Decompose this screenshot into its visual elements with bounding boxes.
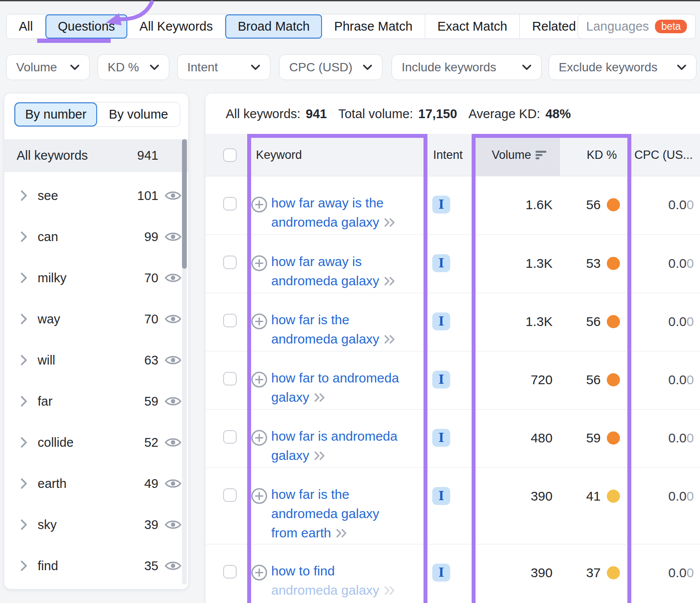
eye-toggle[interactable]: [164, 519, 182, 531]
add-to-list-icon[interactable]: [251, 255, 268, 272]
volume-column-header[interactable]: Volume: [474, 148, 560, 162]
expand-chevron[interactable]: [20, 519, 28, 531]
cpc-column-header[interactable]: CPC (US...: [634, 148, 693, 162]
keyword-text[interactable]: andromeda galaxy: [271, 330, 379, 349]
open-keyword-icon[interactable]: [384, 217, 396, 228]
eye-toggle[interactable]: [164, 354, 182, 367]
keyword-cell[interactable]: how far to andromedagalaxy: [271, 368, 433, 407]
expand-chevron[interactable]: [20, 190, 28, 202]
keyword-cell[interactable]: how far is andromedagalaxy: [271, 427, 433, 465]
add-to-list-icon[interactable]: [251, 196, 268, 213]
sidebar-group-row[interactable]: collide52: [4, 422, 188, 463]
filter-kd[interactable]: KD %: [98, 54, 169, 80]
select-all-checkbox[interactable]: [223, 148, 237, 162]
eye-toggle[interactable]: [164, 231, 182, 243]
expand-chevron[interactable]: [20, 272, 28, 284]
filter-exclude-keywords[interactable]: Exclude keywords: [549, 54, 696, 80]
expand-chevron[interactable]: [20, 437, 28, 449]
eye-toggle[interactable]: [164, 560, 182, 572]
row-checkbox[interactable]: [223, 488, 237, 502]
eye-toggle[interactable]: [164, 272, 182, 284]
sidebar-group-row[interactable]: can99: [4, 216, 188, 257]
sidebar-group-row[interactable]: earth49: [4, 463, 188, 504]
open-keyword-icon[interactable]: [384, 334, 396, 344]
keyword-text[interactable]: galaxy: [271, 388, 309, 407]
tab-all[interactable]: All: [7, 14, 45, 39]
eye-toggle[interactable]: [164, 436, 182, 449]
keyword-cell[interactable]: how to findandromeda galaxy: [271, 561, 433, 600]
row-checkbox[interactable]: [223, 314, 237, 327]
sidebar-group-row[interactable]: way70: [4, 298, 188, 340]
expand-chevron[interactable]: [20, 396, 28, 407]
keyword-text[interactable]: from earth: [271, 523, 331, 543]
keyword-text[interactable]: how far is the: [271, 485, 349, 504]
open-keyword-icon[interactable]: [384, 585, 396, 596]
tab-broad-match[interactable]: Broad Match: [225, 14, 322, 39]
eye-icon[interactable]: [164, 189, 182, 202]
tab-all-keywords[interactable]: All Keywords: [127, 14, 225, 39]
add-to-list-icon[interactable]: [251, 313, 268, 330]
row-checkbox[interactable]: [223, 256, 237, 269]
keyword-text[interactable]: how far to andromeda: [271, 368, 399, 388]
row-checkbox[interactable]: [223, 197, 237, 210]
expand-chevron[interactable]: [20, 560, 28, 572]
keyword-text[interactable]: galaxy: [271, 446, 309, 465]
open-keyword-icon[interactable]: [336, 528, 348, 538]
filter-intent[interactable]: Intent: [177, 54, 270, 80]
keyword-text[interactable]: andromeda galaxy: [271, 581, 379, 600]
row-checkbox[interactable]: [223, 565, 237, 578]
keyword-text[interactable]: how far is andromeda: [271, 427, 398, 446]
add-to-list-icon[interactable]: [251, 487, 268, 505]
expand-chevron[interactable]: [20, 354, 28, 366]
keyword-text[interactable]: how far away is the: [271, 193, 384, 213]
open-keyword-icon[interactable]: [384, 276, 396, 286]
eye-toggle[interactable]: [164, 477, 182, 490]
open-keyword-icon[interactable]: [314, 393, 326, 403]
keyword-cell[interactable]: how far is theandromeda galaxyfrom earth: [271, 485, 433, 543]
sidebar-group-row[interactable]: see101: [4, 175, 188, 216]
eye-icon[interactable]: [164, 519, 182, 531]
sidebar-group-row[interactable]: will63: [4, 340, 188, 381]
filter-include-keywords[interactable]: Include keywords: [392, 54, 542, 80]
eye-icon[interactable]: [164, 272, 182, 284]
tab-phrase-match[interactable]: Phrase Match: [322, 14, 425, 39]
eye-toggle[interactable]: [164, 313, 182, 326]
eye-icon[interactable]: [164, 395, 182, 408]
eye-icon[interactable]: [164, 313, 182, 326]
eye-toggle[interactable]: [164, 395, 182, 408]
sidebar-scrollbar-thumb[interactable]: [182, 139, 187, 269]
expand-chevron[interactable]: [20, 313, 28, 325]
expand-chevron[interactable]: [20, 478, 28, 490]
keyword-text[interactable]: andromeda galaxy: [271, 213, 379, 232]
sidebar-group-row[interactable]: far59: [4, 381, 188, 422]
keyword-text[interactable]: andromeda galaxy: [271, 271, 379, 291]
row-checkbox[interactable]: [223, 372, 237, 386]
keyword-cell[interactable]: how far away is theandromeda galaxy: [271, 193, 433, 232]
toggle-by-volume[interactable]: By volume: [97, 102, 180, 126]
keyword-text[interactable]: how to find: [271, 561, 335, 581]
keyword-text[interactable]: how far is the: [271, 310, 349, 330]
eye-toggle[interactable]: [164, 189, 182, 202]
sidebar-all-keywords-row[interactable]: All keywords 941: [4, 139, 188, 172]
expand-chevron[interactable]: [20, 231, 28, 243]
keyword-cell[interactable]: how far is theandromeda galaxy: [271, 310, 433, 349]
add-to-list-icon[interactable]: [251, 564, 268, 581]
languages-button[interactable]: Languages beta: [578, 14, 696, 39]
keyword-text[interactable]: andromeda galaxy: [271, 504, 379, 523]
eye-icon[interactable]: [164, 560, 182, 572]
keyword-cell[interactable]: how far away isandromeda galaxy: [271, 252, 433, 291]
row-checkbox[interactable]: [223, 430, 237, 444]
eye-icon[interactable]: [164, 477, 182, 490]
filter-volume[interactable]: Volume: [6, 54, 90, 80]
tab-exact-match[interactable]: Exact Match: [425, 14, 520, 39]
open-keyword-icon[interactable]: [314, 451, 326, 461]
tab-questions[interactable]: Questions: [45, 14, 127, 39]
filter-cpc[interactable]: CPC (USD): [279, 54, 382, 80]
sidebar-group-row[interactable]: milky70: [4, 257, 188, 298]
sidebar-group-row[interactable]: sky39: [4, 504, 188, 545]
keyword-text[interactable]: how far away is: [271, 252, 362, 271]
sidebar-group-row[interactable]: find35: [4, 545, 188, 586]
kd-column-header[interactable]: KD %: [560, 148, 617, 162]
add-to-list-icon[interactable]: [251, 429, 268, 446]
eye-icon[interactable]: [164, 436, 182, 449]
